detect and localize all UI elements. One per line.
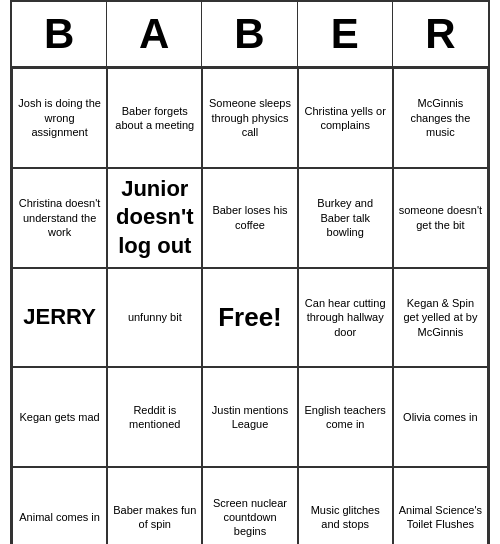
bingo-cell-8: Burkey and Baber talk bowling	[298, 168, 393, 268]
bingo-cell-11: unfunny bit	[107, 268, 202, 368]
bingo-grid: Josh is doing the wrong assignmentBaber …	[12, 68, 488, 544]
bingo-header: BABER	[12, 2, 488, 68]
bingo-cell-9: someone doesn't get the bit	[393, 168, 488, 268]
bingo-cell-4: McGinnis changes the music	[393, 68, 488, 168]
bingo-cell-2: Someone sleeps through physics call	[202, 68, 297, 168]
bingo-card: BABER Josh is doing the wrong assignment…	[10, 0, 490, 544]
bingo-cell-22: Screen nuclear countdown begins	[202, 467, 297, 544]
bingo-cell-10: JERRY	[12, 268, 107, 368]
bingo-cell-17: Justin mentions League	[202, 367, 297, 467]
bingo-cell-3: Christina yells or complains	[298, 68, 393, 168]
bingo-cell-15: Kegan gets mad	[12, 367, 107, 467]
bingo-cell-13: Can hear cutting through hallway door	[298, 268, 393, 368]
bingo-cell-0: Josh is doing the wrong assignment	[12, 68, 107, 168]
bingo-cell-14: Kegan & Spin get yelled at by McGinnis	[393, 268, 488, 368]
bingo-cell-19: Olivia comes in	[393, 367, 488, 467]
header-letter-A-1: A	[107, 2, 202, 66]
bingo-cell-1: Baber forgets about a meeting	[107, 68, 202, 168]
bingo-cell-23: Music glitches and stops	[298, 467, 393, 544]
header-letter-B-2: B	[202, 2, 297, 66]
header-letter-E-3: E	[298, 2, 393, 66]
bingo-cell-24: Animal Science's Toilet Flushes	[393, 467, 488, 544]
bingo-cell-18: English teachers come in	[298, 367, 393, 467]
bingo-cell-21: Baber makes fun of spin	[107, 467, 202, 544]
bingo-cell-5: Christina doesn't understand the work	[12, 168, 107, 268]
header-letter-R-4: R	[393, 2, 488, 66]
bingo-cell-20: Animal comes in	[12, 467, 107, 544]
header-letter-B-0: B	[12, 2, 107, 66]
bingo-cell-6: Junior doesn't log out	[107, 168, 202, 268]
bingo-cell-12: Free!	[202, 268, 297, 368]
bingo-cell-7: Baber loses his coffee	[202, 168, 297, 268]
bingo-cell-16: Reddit is mentioned	[107, 367, 202, 467]
